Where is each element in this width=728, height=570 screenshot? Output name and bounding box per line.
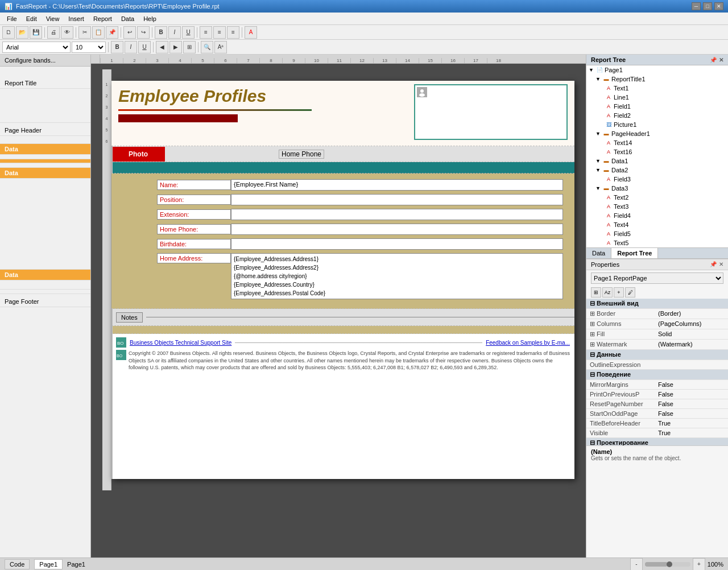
italic-button2[interactable]: I bbox=[125, 41, 137, 53]
props-del-btn[interactable]: 🖊 bbox=[625, 287, 635, 298]
props-row-startodd[interactable]: StartOnOddPage False bbox=[586, 409, 728, 419]
band-page-footer[interactable]: Page Footer bbox=[0, 296, 90, 307]
tab-report-tree[interactable]: Report Tree bbox=[611, 248, 658, 258]
tree-text16[interactable]: A Text16 bbox=[586, 147, 728, 156]
tree-field2[interactable]: A Field2 bbox=[586, 111, 728, 120]
tree-text2[interactable]: A Text2 bbox=[586, 193, 728, 202]
tree-field4[interactable]: A Field4 bbox=[586, 211, 728, 220]
underline-button[interactable]: U bbox=[182, 26, 195, 39]
menu-view[interactable]: View bbox=[42, 14, 64, 23]
zoom-out-btn[interactable]: - bbox=[630, 558, 643, 571]
bold-button[interactable]: B bbox=[155, 26, 167, 39]
tree-close-icon[interactable]: ✕ bbox=[719, 57, 723, 63]
props-new-btn[interactable]: + bbox=[614, 287, 624, 298]
menu-report[interactable]: Report bbox=[89, 14, 117, 23]
tree-toggle-ph1[interactable]: ▼ bbox=[595, 131, 602, 137]
band-data3[interactable]: Data bbox=[0, 168, 90, 179]
props-row-mirrormargins[interactable]: MirrorMargins False bbox=[586, 380, 728, 390]
cut-button[interactable]: ✂ bbox=[78, 26, 91, 39]
tree-text1[interactable]: A Text1 bbox=[586, 84, 728, 93]
menu-help[interactable]: Help bbox=[139, 14, 161, 23]
report-tree[interactable]: ▼ 📄 Page1 ▼ ▬ ReportTitle1 A Text1 bbox=[586, 65, 728, 247]
props-az-btn[interactable]: Az bbox=[602, 287, 613, 298]
footer-link2[interactable]: Feedback on Samples by E-ma... bbox=[486, 340, 570, 346]
tree-field3[interactable]: A Field3 bbox=[586, 175, 728, 184]
canvas-area[interactable]: 1 2 3 4 5 6 7 8 9 10 11 12 13 14 15 16 1… bbox=[91, 55, 586, 557]
code-tab[interactable]: Code bbox=[5, 559, 30, 569]
zoom-slider-thumb[interactable] bbox=[667, 561, 672, 567]
copy-button[interactable]: 📋 bbox=[92, 26, 105, 39]
zoom-in[interactable]: 🔍 bbox=[201, 41, 213, 53]
props-row-visible[interactable]: Visible True bbox=[586, 428, 728, 438]
notes-button[interactable]: Notes bbox=[116, 312, 143, 323]
tree-toggle-data2[interactable]: ▼ bbox=[595, 167, 602, 173]
preview-button[interactable]: 👁 bbox=[61, 26, 73, 39]
tree-pageheader1[interactable]: ▼ ▬ PageHeader1 bbox=[586, 129, 728, 138]
redo-button[interactable]: ↪ bbox=[137, 26, 150, 39]
print-button[interactable]: 🖨 bbox=[47, 26, 60, 39]
grid-button[interactable]: ⊞ bbox=[183, 41, 196, 53]
properties-object-select[interactable]: Page1 ReportPage bbox=[591, 272, 723, 284]
zoom-in-btn[interactable]: + bbox=[693, 558, 705, 571]
tree-picture1[interactable]: 🖼 Picture1 bbox=[586, 120, 728, 129]
props-row-watermark[interactable]: ⊞ Watermark (Watermark) bbox=[586, 340, 728, 350]
open-button[interactable]: 📂 bbox=[16, 26, 28, 39]
undo-button[interactable]: ↩ bbox=[123, 26, 136, 39]
menu-file[interactable]: File bbox=[2, 14, 22, 23]
tree-line1[interactable]: A Line1 bbox=[586, 93, 728, 102]
props-row-resetpage[interactable]: ResetPageNumber False bbox=[586, 399, 728, 409]
props-category-btn[interactable]: ⊞ bbox=[591, 287, 601, 298]
tree-toggle-data1[interactable]: ▼ bbox=[595, 158, 602, 164]
band-report-title[interactable]: Report Title bbox=[0, 78, 90, 89]
band-data4[interactable]: Data bbox=[0, 270, 90, 280]
tree-data1[interactable]: ▼ ▬ Data1 bbox=[586, 156, 728, 166]
maximize-button[interactable]: □ bbox=[703, 2, 712, 10]
tree-field1[interactable]: A Field1 bbox=[586, 102, 728, 111]
page1-tab[interactable]: Page1 bbox=[34, 559, 63, 569]
minimize-button[interactable]: ─ bbox=[692, 2, 701, 10]
align-right-button[interactable]: ≡ bbox=[227, 26, 239, 39]
tree-pin-icon[interactable]: 📌 bbox=[710, 57, 717, 63]
props-row-border[interactable]: ⊞ Border (Border) bbox=[586, 309, 728, 319]
tab-data[interactable]: Data bbox=[586, 248, 611, 258]
align-left-button[interactable]: ≡ bbox=[200, 26, 212, 39]
tree-reporttitle1[interactable]: ▼ ▬ ReportTitle1 bbox=[586, 75, 728, 84]
props-row-titlebefore[interactable]: TitleBeforeHeader True bbox=[586, 419, 728, 428]
tree-text14[interactable]: A Text14 bbox=[586, 138, 728, 147]
configure-bands-button[interactable]: Configure bands... bbox=[0, 55, 90, 67]
italic-button[interactable]: I bbox=[168, 26, 181, 39]
new-button[interactable]: 🗋 bbox=[2, 26, 15, 39]
format-button[interactable]: Aᵃ bbox=[214, 41, 227, 53]
props-row-printonprev[interactable]: PrintOnPreviousP False bbox=[586, 390, 728, 399]
props-close-icon[interactable]: ✕ bbox=[719, 261, 723, 268]
save-button[interactable]: 💾 bbox=[30, 26, 42, 39]
zoom-slider-track[interactable] bbox=[645, 562, 690, 567]
menu-edit[interactable]: Edit bbox=[22, 14, 42, 23]
tree-toggle-page1[interactable]: ▼ bbox=[589, 67, 595, 73]
align-center-button[interactable]: ≡ bbox=[213, 26, 226, 39]
underline-button2[interactable]: U bbox=[138, 41, 151, 53]
tree-toggle-rt1[interactable]: ▼ bbox=[595, 76, 602, 82]
menu-insert[interactable]: Insert bbox=[64, 14, 89, 23]
tree-toggle-data3[interactable]: ▼ bbox=[595, 185, 602, 191]
bold-button2[interactable]: B bbox=[111, 41, 123, 53]
footer-link1[interactable]: Business Objects Technical Support Site bbox=[130, 340, 231, 346]
props-row-outline[interactable]: OutlineExpression bbox=[586, 360, 728, 370]
band-data2[interactable] bbox=[0, 159, 90, 163]
tree-text5[interactable]: A Text5 bbox=[586, 238, 728, 247]
tree-data3[interactable]: ▼ ▬ Data3 bbox=[586, 184, 728, 193]
color-button[interactable]: A bbox=[245, 26, 257, 39]
font-size-select[interactable]: 10 11 12 14 bbox=[72, 42, 106, 53]
tree-text4[interactable]: A Text4 bbox=[586, 220, 728, 229]
tree-text3[interactable]: A Text3 bbox=[586, 202, 728, 211]
font-family-select[interactable]: Arial Times New Roman bbox=[2, 42, 71, 53]
align-right2[interactable]: ▶ bbox=[169, 41, 182, 53]
props-pin-icon[interactable]: 📌 bbox=[710, 261, 717, 268]
tree-field5[interactable]: A Field5 bbox=[586, 229, 728, 238]
band-page-header[interactable]: Page Header bbox=[0, 125, 90, 136]
paste-button[interactable]: 📌 bbox=[106, 26, 118, 39]
menu-data[interactable]: Data bbox=[117, 14, 139, 23]
band-data1[interactable]: Data bbox=[0, 144, 90, 155]
props-row-fill[interactable]: ⊞ Fill Solid bbox=[586, 329, 728, 340]
props-row-columns[interactable]: ⊞ Columns (PageColumns) bbox=[586, 319, 728, 329]
